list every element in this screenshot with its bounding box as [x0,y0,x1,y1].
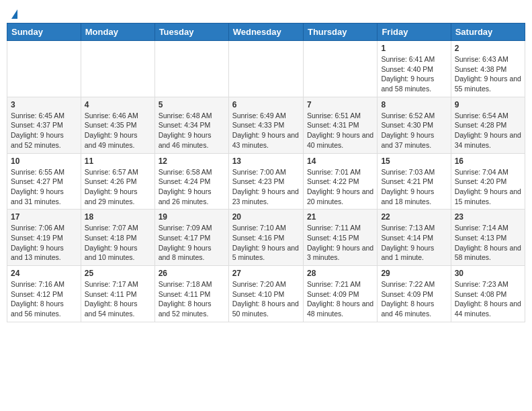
day-info: Sunrise: 6:52 AM Sunset: 4:30 PM Dayligh… [381,111,447,150]
day-of-week-header: Sunday [7,24,81,41]
calendar-day-cell: 6Sunrise: 6:49 AM Sunset: 4:33 PM Daylig… [228,97,303,153]
day-info: Sunrise: 6:46 AM Sunset: 4:35 PM Dayligh… [85,111,151,150]
day-number: 12 [159,156,225,166]
calendar-day-cell: 3Sunrise: 6:45 AM Sunset: 4:37 PM Daylig… [7,97,81,153]
day-info: Sunrise: 7:00 AM Sunset: 4:23 PM Dayligh… [232,167,300,207]
day-info: Sunrise: 7:06 AM Sunset: 4:19 PM Dayligh… [11,223,77,263]
calendar-day-cell: 22Sunrise: 7:13 AM Sunset: 4:14 PM Dayli… [378,210,451,266]
day-number: 16 [455,156,521,166]
calendar-day-cell: 27Sunrise: 7:20 AM Sunset: 4:10 PM Dayli… [228,266,303,322]
calendar-week-row: 3Sunrise: 6:45 AM Sunset: 4:37 PM Daylig… [7,97,525,153]
calendar-day-cell: 28Sunrise: 7:21 AM Sunset: 4:09 PM Dayli… [303,266,377,322]
day-info: Sunrise: 6:54 AM Sunset: 4:28 PM Dayligh… [455,111,521,150]
day-info: Sunrise: 7:10 AM Sunset: 4:16 PM Dayligh… [232,223,300,263]
day-info: Sunrise: 7:14 AM Sunset: 4:13 PM Dayligh… [455,223,521,263]
calendar-day-cell [7,41,81,97]
day-of-week-header: Tuesday [154,24,228,41]
day-info: Sunrise: 6:45 AM Sunset: 4:37 PM Dayligh… [11,111,77,150]
calendar-day-cell: 7Sunrise: 6:51 AM Sunset: 4:31 PM Daylig… [303,97,377,153]
page-header [7,7,525,19]
calendar-day-cell [228,41,303,97]
day-number: 7 [307,100,373,109]
day-number: 18 [85,212,151,222]
calendar-day-cell: 9Sunrise: 6:54 AM Sunset: 4:28 PM Daylig… [451,97,525,153]
day-info: Sunrise: 6:48 AM Sunset: 4:34 PM Dayligh… [159,111,225,150]
calendar-day-cell [154,41,228,97]
day-number: 9 [455,100,521,109]
calendar-day-cell: 19Sunrise: 7:09 AM Sunset: 4:17 PM Dayli… [154,210,228,266]
day-of-week-header: Wednesday [228,24,303,41]
day-number: 2 [455,44,521,53]
day-number: 22 [381,212,447,222]
day-number: 21 [307,212,373,222]
calendar-day-cell: 30Sunrise: 7:23 AM Sunset: 4:08 PM Dayli… [451,266,525,322]
calendar-day-cell: 12Sunrise: 6:58 AM Sunset: 4:24 PM Dayli… [154,153,228,210]
day-number: 13 [232,156,300,166]
day-number: 10 [11,156,77,166]
day-info: Sunrise: 7:21 AM Sunset: 4:09 PM Dayligh… [307,279,373,319]
calendar-day-cell: 25Sunrise: 7:17 AM Sunset: 4:11 PM Dayli… [81,266,154,322]
calendar-day-cell: 11Sunrise: 6:57 AM Sunset: 4:26 PM Dayli… [81,153,154,210]
day-of-week-header: Monday [81,24,154,41]
calendar-day-cell: 5Sunrise: 6:48 AM Sunset: 4:34 PM Daylig… [154,97,228,153]
day-info: Sunrise: 6:41 AM Sunset: 4:40 PM Dayligh… [381,54,447,94]
day-info: Sunrise: 7:17 AM Sunset: 4:11 PM Dayligh… [85,279,151,319]
day-number: 14 [307,156,373,166]
calendar-week-row: 10Sunrise: 6:55 AM Sunset: 4:27 PM Dayli… [7,153,525,210]
day-number: 3 [11,100,77,109]
day-number: 8 [381,100,447,109]
calendar-table: SundayMondayTuesdayWednesdayThursdayFrid… [7,23,525,322]
calendar-day-cell: 14Sunrise: 7:01 AM Sunset: 4:22 PM Dayli… [303,153,377,210]
calendar-day-cell: 2Sunrise: 6:43 AM Sunset: 4:38 PM Daylig… [451,41,525,97]
day-number: 24 [11,269,77,278]
day-number: 19 [159,212,225,222]
day-number: 28 [307,269,373,278]
calendar-day-cell: 16Sunrise: 7:04 AM Sunset: 4:20 PM Dayli… [451,153,525,210]
calendar-day-cell: 4Sunrise: 6:46 AM Sunset: 4:35 PM Daylig… [81,97,154,153]
day-info: Sunrise: 6:51 AM Sunset: 4:31 PM Dayligh… [307,111,373,150]
day-number: 5 [159,100,225,109]
calendar-day-cell: 20Sunrise: 7:10 AM Sunset: 4:16 PM Dayli… [228,210,303,266]
day-number: 6 [232,100,300,109]
calendar-week-row: 17Sunrise: 7:06 AM Sunset: 4:19 PM Dayli… [7,210,525,266]
day-info: Sunrise: 7:01 AM Sunset: 4:22 PM Dayligh… [307,167,373,207]
day-info: Sunrise: 7:11 AM Sunset: 4:15 PM Dayligh… [307,223,373,263]
day-info: Sunrise: 7:13 AM Sunset: 4:14 PM Dayligh… [381,223,447,263]
day-of-week-header: Thursday [303,24,377,41]
calendar-week-row: 1Sunrise: 6:41 AM Sunset: 4:40 PM Daylig… [7,41,525,97]
day-number: 23 [455,212,521,222]
day-info: Sunrise: 7:18 AM Sunset: 4:11 PM Dayligh… [159,279,225,319]
day-info: Sunrise: 7:23 AM Sunset: 4:08 PM Dayligh… [455,279,521,319]
day-number: 11 [85,156,151,166]
day-info: Sunrise: 6:55 AM Sunset: 4:27 PM Dayligh… [11,167,77,207]
day-info: Sunrise: 7:20 AM Sunset: 4:10 PM Dayligh… [232,279,300,319]
day-number: 27 [232,269,300,278]
day-info: Sunrise: 6:43 AM Sunset: 4:38 PM Dayligh… [455,54,521,94]
calendar-day-cell: 8Sunrise: 6:52 AM Sunset: 4:30 PM Daylig… [378,97,451,153]
calendar-day-cell: 13Sunrise: 7:00 AM Sunset: 4:23 PM Dayli… [228,153,303,210]
day-of-week-header: Saturday [451,24,525,41]
calendar-day-cell [81,41,154,97]
calendar-day-cell [303,41,377,97]
day-number: 30 [455,269,521,278]
logo-triangle-icon [11,9,17,19]
day-info: Sunrise: 7:09 AM Sunset: 4:17 PM Dayligh… [159,223,225,263]
calendar-day-cell: 15Sunrise: 7:03 AM Sunset: 4:21 PM Dayli… [378,153,451,210]
day-number: 17 [11,212,77,222]
day-info: Sunrise: 7:22 AM Sunset: 4:09 PM Dayligh… [381,279,447,319]
day-number: 25 [85,269,151,278]
day-info: Sunrise: 6:49 AM Sunset: 4:33 PM Dayligh… [232,111,300,150]
calendar-day-cell: 10Sunrise: 6:55 AM Sunset: 4:27 PM Dayli… [7,153,81,210]
day-number: 26 [159,269,225,278]
day-number: 1 [381,44,447,53]
day-info: Sunrise: 6:58 AM Sunset: 4:24 PM Dayligh… [159,167,225,207]
day-number: 29 [381,269,447,278]
logo [9,9,17,19]
calendar-day-cell: 18Sunrise: 7:07 AM Sunset: 4:18 PM Dayli… [81,210,154,266]
calendar-header-row: SundayMondayTuesdayWednesdayThursdayFrid… [7,24,525,41]
day-info: Sunrise: 6:57 AM Sunset: 4:26 PM Dayligh… [85,167,151,207]
day-number: 20 [232,212,300,222]
calendar-day-cell: 17Sunrise: 7:06 AM Sunset: 4:19 PM Dayli… [7,210,81,266]
calendar-day-cell: 21Sunrise: 7:11 AM Sunset: 4:15 PM Dayli… [303,210,377,266]
calendar-day-cell: 24Sunrise: 7:16 AM Sunset: 4:12 PM Dayli… [7,266,81,322]
